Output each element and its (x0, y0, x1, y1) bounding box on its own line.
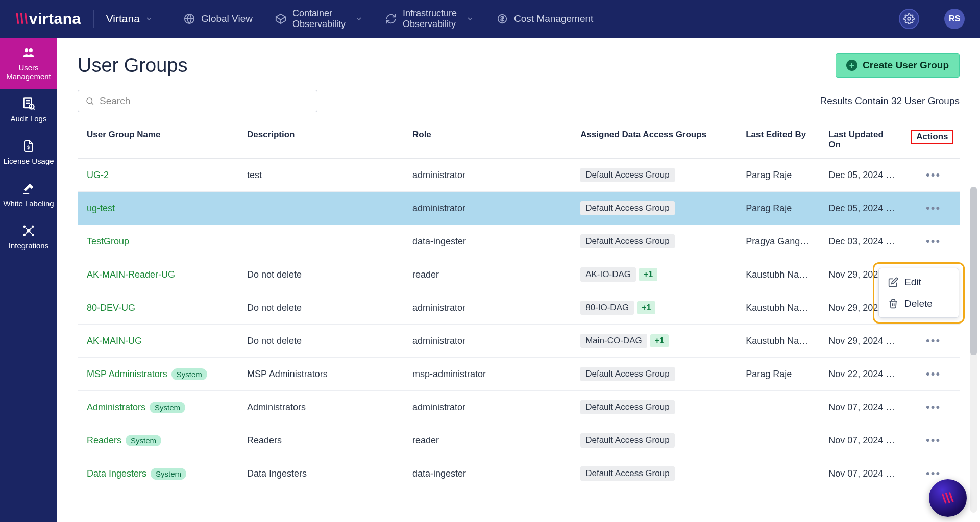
svg-point-5 (24, 48, 28, 52)
nav-cost-management[interactable]: Cost Management (497, 13, 593, 24)
row-actions-button[interactable]: ••• (922, 367, 945, 380)
nav-label-l1: Infrastructure (403, 8, 457, 19)
group-name-link[interactable]: AK-MAIN-Reader-UG (87, 269, 175, 280)
dag-chip[interactable]: Default Access Group (580, 433, 674, 448)
sidebar-item-license-usage[interactable]: $ License Usage (0, 131, 57, 173)
table-row[interactable]: Data IngestersSystemData Ingestersdata-i… (78, 457, 960, 490)
row-actions-button[interactable]: ••• (922, 467, 945, 480)
sidebar-item-users-management[interactable]: Users Management (0, 38, 57, 89)
table-row[interactable]: AK-MAIN-Reader-UGDo not deletereaderAK-I… (78, 258, 960, 291)
settings-button[interactable] (899, 9, 919, 29)
sidebar-item-white-labeling[interactable]: White Labeling (0, 173, 57, 216)
table-row[interactable]: TestGroupdata-ingesterDefault Access Gro… (78, 225, 960, 258)
nav-infrastructure-observability[interactable]: Infrastructure Observability (385, 8, 474, 29)
group-name-link[interactable]: UG-2 (87, 170, 109, 180)
group-name-link[interactable]: TestGroup (87, 236, 129, 246)
globe-icon (184, 13, 195, 24)
col-header-role[interactable]: Role (408, 122, 576, 159)
dag-plus-chip[interactable]: +1 (639, 268, 657, 281)
svg-point-15 (32, 226, 34, 228)
row-actions-button[interactable]: ••• (922, 168, 945, 181)
brand-logo[interactable]: \\\ virtana (15, 10, 81, 28)
row-actions-button[interactable]: ••• (922, 334, 945, 347)
brand-name: virtana (29, 10, 81, 28)
svg-point-22 (87, 98, 92, 104)
sidebar-label: Integrations (9, 241, 48, 250)
group-name-link[interactable]: AK-MAIN-UG (87, 336, 142, 346)
action-delete[interactable]: Delete (879, 293, 959, 314)
col-header-dag[interactable]: Assigned Data Access Groups (576, 122, 742, 159)
dag-chip[interactable]: Default Access Group (580, 234, 674, 248)
dag-chip[interactable]: Default Access Group (580, 201, 674, 215)
search-input[interactable] (100, 95, 310, 107)
table-row[interactable]: AK-MAIN-UGDo not deleteadministratorMain… (78, 325, 960, 358)
dag-chip[interactable]: Default Access Group (580, 400, 674, 414)
chevron-down-icon (466, 15, 474, 23)
results-count: Results Contain 32 User Groups (820, 95, 960, 107)
dag-plus-chip[interactable]: +1 (650, 334, 669, 347)
cell-role: administrator (408, 159, 576, 192)
dag-chip[interactable]: AK-IO-DAG (580, 267, 636, 282)
col-header-name[interactable]: User Group Name (78, 122, 243, 159)
group-name-link[interactable]: 80-DEV-UG (87, 303, 135, 313)
cell-description (243, 192, 408, 225)
sidebar-item-audit-logs[interactable]: Audit Logs (0, 89, 57, 131)
main-panel: User Groups + Create User Group Results … (57, 38, 980, 522)
row-actions-button[interactable]: ••• (922, 401, 945, 413)
create-user-group-button[interactable]: + Create User Group (836, 53, 960, 78)
user-groups-table: User Group Name Description Role Assigne… (78, 122, 960, 490)
table-row[interactable]: ReadersSystemReadersreaderDefault Access… (78, 424, 960, 457)
cell-role: data-ingester (408, 457, 576, 490)
col-header-description[interactable]: Description (243, 122, 408, 159)
avatar-initials: RS (949, 14, 960, 23)
toolbar-row: Results Contain 32 User Groups (78, 90, 960, 112)
org-selector[interactable]: Virtana (106, 13, 153, 25)
svg-point-16 (23, 234, 26, 236)
dag-chip[interactable]: Default Access Group (580, 367, 674, 381)
col-header-edited-by[interactable]: Last Edited By (742, 122, 824, 159)
group-name-link[interactable]: Readers (87, 435, 121, 445)
nav-label: Cost Management (514, 13, 593, 24)
sidebar-label: License Usage (3, 157, 54, 165)
dag-chip[interactable]: Default Access Group (580, 466, 674, 481)
nav-container-observability[interactable]: Container Observability (275, 8, 363, 29)
license-icon: $ (21, 138, 36, 154)
cell-edited-by: Parag Raje (742, 358, 824, 391)
svg-marker-1 (276, 14, 285, 20)
cell-description: Readers (243, 424, 408, 457)
dag-chip[interactable]: Default Access Group (580, 168, 674, 182)
search-box[interactable] (78, 90, 317, 112)
group-name-link[interactable]: ug-test (87, 203, 115, 213)
group-name-link[interactable]: Data Ingesters (87, 468, 146, 479)
group-name-link[interactable]: Administrators (87, 402, 145, 412)
table-row[interactable]: 80-DEV-UGDo not deleteadministrator80-IO… (78, 291, 960, 325)
dag-chip[interactable]: Main-CO-DAG (580, 334, 647, 348)
cell-edited-by: Kaustubh Na… (742, 291, 824, 325)
scrollbar-thumb[interactable] (970, 187, 977, 355)
group-name-link[interactable]: MSP Administrators (87, 369, 167, 379)
sidebar-item-integrations[interactable]: Integrations (0, 216, 57, 258)
row-actions-button[interactable]: ••• (922, 434, 945, 446)
action-edit[interactable]: Edit (879, 271, 959, 293)
table-row[interactable]: UG-2testadministratorDefault Access Grou… (78, 159, 960, 192)
cell-role: administrator (408, 291, 576, 325)
table-row[interactable]: MSP AdministratorsSystemMSP Administrato… (78, 358, 960, 391)
user-avatar[interactable]: RS (944, 9, 965, 29)
scrollbar-track[interactable] (970, 187, 977, 513)
row-actions-button[interactable]: ••• (922, 202, 945, 214)
table-row[interactable]: ug-testadministratorDefault Access Group… (78, 192, 960, 225)
dag-plus-chip[interactable]: +1 (637, 301, 655, 314)
assistant-orb-button[interactable]: \\\ (929, 479, 967, 517)
svg-line-23 (91, 103, 93, 104)
actions-header-highlight: Actions (911, 130, 953, 144)
row-actions-button[interactable]: ••• (922, 235, 945, 247)
table-row[interactable]: AdministratorsSystemAdministratorsadmini… (78, 391, 960, 424)
nav-label: Global View (201, 13, 253, 24)
nav-global-view[interactable]: Global View (184, 13, 253, 24)
users-icon (21, 45, 36, 60)
org-name: Virtana (106, 13, 140, 25)
nav-label-l2: Observability (403, 19, 457, 30)
col-header-updated-on[interactable]: Last Updated On (824, 122, 907, 159)
dag-chip[interactable]: 80-IO-DAG (580, 301, 634, 315)
cell-role: reader (408, 258, 576, 291)
